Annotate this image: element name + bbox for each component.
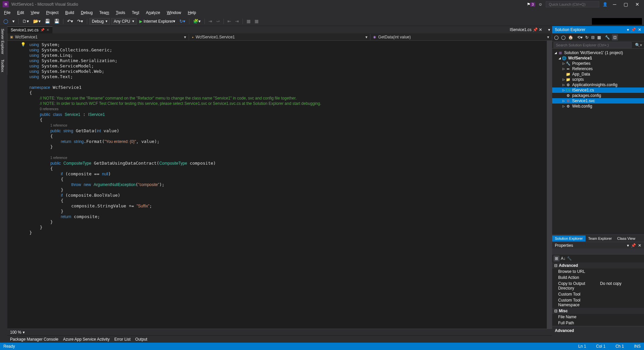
props-close-icon[interactable]: ✕: [638, 243, 641, 248]
menu-analyze[interactable]: Analyze: [143, 9, 163, 16]
btab-pmc[interactable]: Package Manager Console: [10, 337, 58, 342]
signin-icon[interactable]: 👤: [603, 2, 608, 7]
menu-team[interactable]: Team: [97, 9, 112, 16]
tree-webconfig[interactable]: ▷⚙Web.config: [552, 104, 644, 109]
se-close-icon[interactable]: ✕: [638, 27, 641, 32]
menu-build[interactable]: Build: [62, 9, 77, 16]
close-tab-icon[interactable]: ✕: [46, 28, 49, 32]
preview-tab[interactable]: IService1.cs 📌 ✕: [506, 26, 545, 33]
save-button[interactable]: 💾: [43, 18, 51, 24]
props-cat-advanced[interactable]: ⊟Advanced: [552, 262, 644, 269]
server-explorer-tab[interactable]: Server Explorer: [0, 26, 7, 57]
nav-class-dropdown[interactable]: ⬥WcfService1.Service1▾: [189, 34, 371, 40]
redo-button[interactable]: ↷▾: [76, 18, 85, 24]
props-pin-icon[interactable]: 📌: [631, 243, 636, 248]
nav-forward-button[interactable]: ▾: [11, 18, 16, 24]
flag-icon[interactable]: ⚑3: [527, 2, 535, 7]
props-wrench-icon[interactable]: 🔧: [567, 256, 572, 261]
close-button[interactable]: ✕: [633, 2, 641, 7]
tree-iservice1[interactable]: ▷C#IService1.cs: [552, 88, 644, 93]
menu-test[interactable]: Test: [129, 9, 142, 16]
menu-file[interactable]: File: [1, 9, 13, 16]
se-search-icon[interactable]: 🔍▾: [633, 43, 644, 47]
comment-icon[interactable]: ▦: [245, 18, 252, 24]
se-properties-icon[interactable]: 🔧: [604, 34, 611, 40]
prop-custom-tool[interactable]: Custom Tool: [552, 291, 644, 297]
tree-appinsights[interactable]: ▷⚙ApplicationInsights.config: [552, 82, 644, 88]
tree-references[interactable]: ▷▪▪References: [552, 66, 644, 71]
props-alpha-icon[interactable]: A↓: [561, 256, 566, 261]
nav-back-button[interactable]: ◯: [2, 18, 10, 24]
tree-appdata[interactable]: 📁App_Data: [552, 71, 644, 77]
toolbox-tab[interactable]: Toolbox: [0, 57, 7, 75]
prop-browse-url[interactable]: Browse to URL: [552, 269, 644, 275]
code-editor[interactable]: using System; using System.Collections.G…: [26, 41, 547, 329]
props-cat-misc[interactable]: ⊟Misc: [552, 308, 644, 314]
maximize-button[interactable]: ▢: [622, 2, 630, 7]
menu-project[interactable]: Project: [43, 9, 61, 16]
menu-view[interactable]: View: [28, 9, 42, 16]
run-button[interactable]: ▶Internet Explorer ▾: [138, 18, 177, 24]
step-over-icon[interactable]: ⤻: [215, 18, 221, 24]
nav-member-dropdown[interactable]: ◉GetData(int value)▾: [370, 34, 552, 40]
se-dropdown-icon[interactable]: ▾: [627, 27, 629, 32]
tree-project[interactable]: ◢🌐WcfService1: [552, 55, 644, 61]
props-object-dropdown[interactable]: [552, 248, 644, 254]
se-tab-team[interactable]: Team Explorer: [586, 235, 615, 241]
se-tab-classview[interactable]: Class View: [615, 235, 638, 241]
platform-dropdown[interactable]: Any CPU▾: [111, 18, 136, 25]
tree-properties[interactable]: ▷🔧Properties: [552, 61, 644, 66]
indent-icon[interactable]: ⇤: [226, 18, 232, 24]
se-search-input[interactable]: [553, 42, 632, 48]
undo-button[interactable]: ↶▾: [66, 18, 74, 24]
se-preview-icon[interactable]: ⊡: [612, 34, 618, 40]
quick-launch-input[interactable]: [546, 1, 599, 7]
prop-copy-output[interactable]: Copy to Output DirectoryDo not copy: [552, 281, 644, 291]
outdent-icon[interactable]: ⇥: [234, 18, 240, 24]
tab-service1[interactable]: Service1.svc.cs 📌 ✕: [7, 26, 52, 33]
se-pin-icon[interactable]: 📌: [631, 27, 636, 32]
menu-debug[interactable]: Debug: [78, 9, 95, 16]
btab-errorlist[interactable]: Error List: [114, 337, 131, 342]
se-refresh-icon[interactable]: ↻: [585, 34, 589, 40]
open-button[interactable]: 📂▾: [32, 18, 42, 24]
minimize-button[interactable]: ─: [611, 2, 618, 7]
btab-azure[interactable]: Azure App Service Activity: [63, 337, 110, 342]
config-dropdown[interactable]: Debug▾: [90, 18, 110, 25]
extensions-icon[interactable]: 🧩▾: [192, 18, 202, 24]
prop-build-action[interactable]: Build Action: [552, 275, 644, 281]
tree-packagesconfig[interactable]: ⚙packages.config: [552, 93, 644, 98]
se-sync-icon[interactable]: ⟲▾: [577, 34, 583, 40]
menu-help[interactable]: Help: [185, 9, 199, 16]
tree-service1svc[interactable]: ▷⚙Service1.svc: [552, 98, 644, 104]
se-home-icon[interactable]: 🏠: [568, 34, 574, 40]
tab-dropdown-icon[interactable]: ▾: [548, 27, 550, 32]
zoom-level[interactable]: 100 %: [10, 330, 21, 335]
se-showall-icon[interactable]: ▦: [597, 34, 602, 40]
nav-project-dropdown[interactable]: ▣WcfService1▾: [7, 34, 189, 40]
new-button[interactable]: 🗋▾: [21, 18, 30, 24]
save-all-button[interactable]: 💾: [53, 18, 61, 24]
prop-full-path[interactable]: Full Path: [552, 320, 644, 326]
prop-file-name[interactable]: File Name: [552, 314, 644, 320]
uncomment-icon[interactable]: ▦: [253, 18, 260, 24]
menu-edit[interactable]: Edit: [14, 9, 27, 16]
zoom-dropdown-icon[interactable]: ▾: [23, 330, 25, 335]
menu-tools[interactable]: Tools: [113, 9, 128, 16]
se-collapse-icon[interactable]: ⊟: [591, 34, 595, 40]
editor-scrollbar[interactable]: [547, 41, 552, 329]
browser-refresh-button[interactable]: ↻▾: [178, 18, 187, 24]
prop-custom-tool-ns[interactable]: Custom Tool Namespace: [552, 297, 644, 308]
props-dropdown-icon[interactable]: ▾: [627, 243, 629, 248]
se-fwd-icon[interactable]: ◯: [560, 34, 566, 40]
tree-scripts[interactable]: ▷📁scripts: [552, 77, 644, 82]
feedback-icon[interactable]: ☺: [538, 2, 542, 7]
lightbulb-icon[interactable]: 💡: [21, 42, 26, 47]
menu-window[interactable]: Window: [164, 9, 184, 16]
pin-icon[interactable]: 📌: [40, 28, 44, 32]
tree-solution[interactable]: ◢⊞Solution 'WcfService1' (1 project): [552, 50, 644, 55]
props-categorized-icon[interactable]: ⊞: [553, 255, 559, 261]
btab-output[interactable]: Output: [135, 337, 147, 342]
se-back-icon[interactable]: ◯: [553, 34, 559, 40]
step-into-icon[interactable]: ⇥: [207, 18, 213, 24]
